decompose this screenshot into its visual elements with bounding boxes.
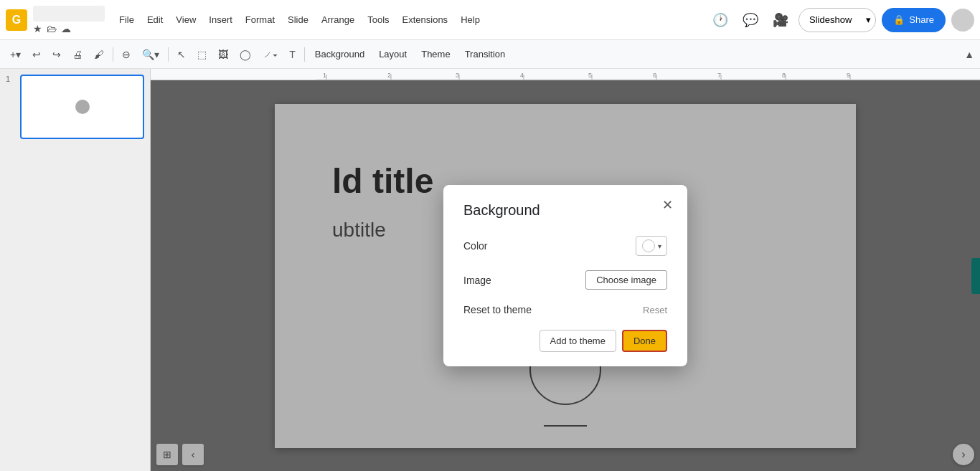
- doc-title-input[interactable]: [33, 6, 105, 22]
- reset-to-theme-label: Reset to theme: [463, 304, 550, 315]
- menu-view[interactable]: View: [170, 11, 202, 28]
- add-to-theme-button[interactable]: Add to theme: [540, 330, 616, 352]
- user-avatar[interactable]: [951, 9, 974, 32]
- image-label: Image: [463, 275, 550, 286]
- history-button[interactable]: 🕐: [708, 8, 732, 32]
- color-picker-button[interactable]: ▾: [636, 236, 667, 256]
- paint-format-button[interactable]: 🖌: [90, 44, 108, 65]
- menu-format[interactable]: Format: [240, 11, 281, 28]
- svg-text:2: 2: [387, 72, 391, 79]
- background-button[interactable]: Background: [309, 44, 370, 65]
- slideshow-button-group: Slideshow ▾: [798, 8, 876, 32]
- chevron-down-icon: ▾: [866, 14, 871, 25]
- undo-button[interactable]: ↩: [28, 44, 45, 65]
- reset-control: Reset: [550, 305, 667, 315]
- main-area: 1 1 2 3 4 5 6 7: [0, 69, 980, 471]
- slide-thumbnail-1[interactable]: [20, 75, 144, 139]
- separator-2: [168, 47, 169, 62]
- menu-tools[interactable]: Tools: [362, 11, 395, 28]
- theme-button[interactable]: Theme: [415, 44, 456, 65]
- shape-button[interactable]: ◯: [235, 44, 255, 65]
- share-label: Share: [909, 14, 934, 25]
- reset-button[interactable]: Reset: [643, 305, 667, 315]
- slideshow-main-button[interactable]: Slideshow: [799, 9, 862, 32]
- collapse-toolbar-button[interactable]: ▲: [964, 49, 974, 60]
- add-button[interactable]: +▾: [6, 44, 25, 65]
- menu-arrange[interactable]: Arrange: [316, 11, 360, 28]
- color-label: Color: [463, 240, 550, 252]
- menu-file[interactable]: File: [113, 11, 140, 28]
- folder-icon[interactable]: 🗁: [47, 23, 57, 34]
- print-button[interactable]: 🖨: [68, 44, 87, 65]
- layout-button[interactable]: Layout: [373, 44, 413, 65]
- background-dialog: Background ✕ Color ▾: [443, 185, 687, 366]
- svg-text:9: 9: [847, 72, 850, 79]
- title-icons: ★ 🗁 ☁: [33, 23, 105, 34]
- menu-help[interactable]: Help: [455, 11, 486, 28]
- svg-text:1: 1: [323, 72, 326, 79]
- zoom-out-button[interactable]: ⊖: [118, 44, 135, 65]
- color-control: ▾: [550, 236, 667, 256]
- canvas-wrapper: 1 2 3 4 5 6 7 8 9: [151, 69, 980, 471]
- menu-extensions[interactable]: Extensions: [397, 11, 454, 28]
- color-row: Color ▾: [463, 236, 667, 256]
- dialog-footer: Add to theme Done: [463, 330, 667, 352]
- color-dropdown-arrow: ▾: [658, 242, 661, 250]
- lock-icon: 🔒: [893, 14, 905, 25]
- image-button[interactable]: 🖼: [214, 44, 232, 65]
- color-circle: [642, 239, 655, 252]
- done-button[interactable]: Done: [622, 330, 667, 352]
- dialog-close-button[interactable]: ✕: [657, 195, 677, 215]
- transition-button[interactable]: Transition: [459, 44, 512, 65]
- toolbar: +▾ ↩ ↪ 🖨 🖌 ⊖ 🔍▾ ↖ ⬚ 🖼 ◯ ⟋▾ T Background …: [0, 40, 980, 69]
- star-icon[interactable]: ★: [33, 23, 42, 34]
- logo-char: G: [12, 14, 21, 27]
- menu-bar: File Edit View Insert Format Slide Arran…: [113, 11, 486, 28]
- dialog-overlay: Background ✕ Color ▾: [151, 80, 980, 471]
- menu-slide[interactable]: Slide: [282, 11, 314, 28]
- horizontal-ruler: 1 2 3 4 5 6 7 8 9: [151, 69, 980, 80]
- svg-text:8: 8: [782, 72, 786, 79]
- slideshow-dropdown-button[interactable]: ▾: [862, 9, 875, 32]
- slide-list: 1: [6, 75, 144, 139]
- top-right-controls: 🕐 💬 🎥 Slideshow ▾ 🔒 Share: [708, 8, 974, 32]
- separator-1: [113, 47, 113, 62]
- app-logo: G: [6, 9, 27, 31]
- cursor-button[interactable]: ↖: [173, 44, 190, 65]
- reset-row: Reset to theme Reset: [463, 304, 667, 315]
- camera-button[interactable]: 🎥: [768, 8, 793, 32]
- zoom-in-button[interactable]: 🔍▾: [138, 44, 164, 65]
- menu-edit[interactable]: Edit: [141, 11, 169, 28]
- svg-text:7: 7: [717, 72, 721, 79]
- share-button[interactable]: 🔒 Share: [882, 8, 946, 32]
- svg-text:4: 4: [520, 72, 524, 79]
- comment-button[interactable]: 💬: [738, 8, 763, 32]
- image-control: Choose image: [550, 270, 667, 290]
- slide-number-1: 1: [6, 75, 16, 83]
- slide-thumb-circle: [75, 100, 90, 114]
- cloud-icon[interactable]: ☁: [61, 23, 71, 34]
- dialog-title: Background: [463, 202, 667, 219]
- select-button[interactable]: ⬚: [193, 44, 211, 65]
- svg-text:6: 6: [653, 72, 656, 79]
- separator-3: [304, 47, 305, 62]
- choose-image-button[interactable]: Choose image: [585, 270, 667, 290]
- doc-title-area: ★ 🗁 ☁: [33, 6, 105, 34]
- top-bar: G ★ 🗁 ☁ File Edit View Insert Format Sli…: [0, 0, 980, 40]
- svg-text:3: 3: [456, 72, 459, 79]
- image-row: Image Choose image: [463, 270, 667, 290]
- svg-text:5: 5: [588, 72, 592, 79]
- textbox-button[interactable]: T: [285, 44, 300, 65]
- menu-insert[interactable]: Insert: [203, 11, 238, 28]
- canvas-area: ld title ubtitle ⊞ ‹ › Background ✕: [151, 80, 980, 471]
- redo-button[interactable]: ↪: [48, 44, 65, 65]
- line-button[interactable]: ⟋▾: [258, 44, 282, 65]
- slide-panel: 1: [0, 69, 151, 471]
